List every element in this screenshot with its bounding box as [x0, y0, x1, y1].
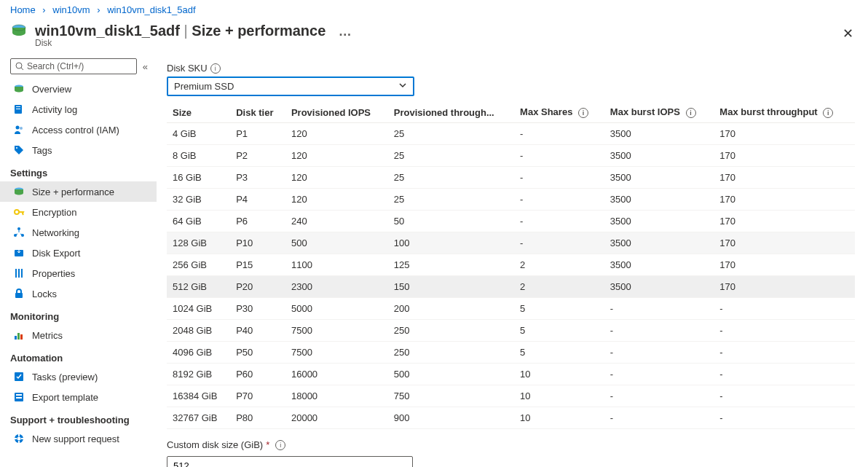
sidebar-item-networking[interactable]: Networking	[0, 222, 157, 243]
table-cell: 25	[388, 145, 514, 167]
sidebar-item-export-template[interactable]: Export template	[0, 387, 157, 407]
search-icon	[15, 62, 24, 71]
svg-point-8	[16, 126, 20, 130]
svg-rect-27	[16, 397, 22, 399]
sidebar-item-disk-export[interactable]: Disk Export	[0, 243, 157, 263]
sidebar-item-label: New support request	[32, 433, 119, 444]
table-cell: 120	[285, 167, 388, 189]
table-cell: -	[714, 385, 855, 407]
export-icon	[13, 247, 25, 259]
breadcrumb-link[interactable]: Home	[10, 4, 36, 15]
disk-sku-select[interactable]: Premium SSD	[167, 76, 414, 96]
table-row[interactable]: 256 GiBP15110012523500170	[167, 254, 855, 276]
table-cell: P3	[230, 167, 285, 189]
table-cell: 170	[714, 232, 855, 254]
info-icon[interactable]: i	[210, 63, 221, 74]
page-title: win10vm_disk1_5adf | Size + performance …	[35, 23, 352, 39]
table-cell: 500	[388, 364, 514, 385]
table-cell: 25	[388, 123, 514, 145]
svg-rect-17	[15, 269, 17, 278]
table-cell: 3500	[604, 254, 714, 276]
table-row[interactable]: 16384 GiBP701800075010--	[167, 385, 855, 407]
table-cell: 50	[388, 211, 514, 232]
sidebar-item-encryption[interactable]: Encryption	[0, 202, 157, 222]
svg-point-9	[20, 127, 23, 130]
sidebar-item-access-control-iam-[interactable]: Access control (IAM)	[0, 119, 157, 140]
size-icon	[13, 186, 25, 197]
chevron-right-icon: ›	[42, 4, 45, 15]
table-cell: 120	[285, 189, 388, 211]
table-row[interactable]: 4096 GiBP5075002505--	[167, 342, 855, 364]
sidebar-section: Settings	[0, 160, 157, 181]
table-cell: 170	[714, 167, 855, 189]
column-header[interactable]: Max Shares i	[514, 102, 604, 123]
table-cell: P20	[230, 276, 285, 298]
table-cell: 18000	[285, 385, 388, 407]
sidebar-item-new-support-request[interactable]: New support request	[0, 428, 157, 449]
table-cell: 240	[285, 211, 388, 232]
column-header[interactable]: Max burst IOPS i	[604, 102, 714, 123]
table-cell: -	[714, 298, 855, 320]
sidebar-item-size-performance[interactable]: Size + performance	[0, 181, 157, 202]
custom-size-input[interactable]	[167, 456, 413, 467]
close-icon[interactable]: ✕	[843, 25, 853, 42]
sidebar-item-label: Encryption	[32, 207, 76, 218]
sidebar-item-locks[interactable]: Locks	[0, 283, 157, 304]
info-icon[interactable]: i	[275, 440, 285, 450]
table-row[interactable]: 16 GiBP312025-3500170	[167, 167, 855, 189]
column-header[interactable]: Max burst throughput i	[714, 102, 855, 123]
column-header[interactable]: Provisioned IOPS	[285, 102, 388, 123]
support-icon	[13, 433, 25, 444]
svg-rect-26	[16, 394, 22, 396]
table-row[interactable]: 512 GiBP20230015023500170	[167, 276, 855, 298]
table-row[interactable]: 128 GiBP10500100-3500170	[167, 232, 855, 254]
column-header[interactable]: Disk tier	[230, 102, 285, 123]
table-cell: 16000	[285, 364, 388, 385]
table-cell: -	[514, 123, 604, 145]
table-row[interactable]: 4 GiBP112025-3500170	[167, 123, 855, 145]
table-cell: 1100	[285, 254, 388, 276]
table-cell: 170	[714, 189, 855, 211]
sidebar-item-properties[interactable]: Properties	[0, 263, 157, 283]
page-header: win10vm_disk1_5adf | Size + performance …	[0, 20, 868, 55]
sidebar-item-label: Access control (IAM)	[32, 125, 119, 136]
table-row[interactable]: 32 GiBP412025-3500170	[167, 189, 855, 211]
sidebar-item-metrics[interactable]: Metrics	[0, 325, 157, 345]
svg-point-29	[17, 437, 21, 441]
collapse-sidebar-icon[interactable]: «	[143, 61, 148, 72]
info-icon[interactable]: i	[686, 108, 696, 118]
tag-icon	[13, 144, 25, 156]
breadcrumb-link[interactable]: win10vm	[52, 4, 90, 15]
table-cell: -	[514, 232, 604, 254]
table-cell: 2048 GiB	[167, 320, 230, 342]
breadcrumb-link[interactable]: win10vm_disk1_5adf	[107, 4, 195, 15]
column-header[interactable]: Provisioned through...	[388, 102, 514, 123]
svg-rect-22	[17, 333, 20, 340]
table-row[interactable]: 1024 GiBP3050002005--	[167, 298, 855, 320]
more-icon[interactable]: …	[339, 24, 352, 39]
table-row[interactable]: 8192 GiBP601600050010--	[167, 364, 855, 385]
table-cell: P40	[230, 320, 285, 342]
table-row[interactable]: 32767 GiBP802000090010--	[167, 407, 855, 429]
sidebar-item-activity-log[interactable]: Activity log	[0, 99, 157, 119]
table-row[interactable]: 2048 GiBP4075002505--	[167, 320, 855, 342]
table-row[interactable]: 64 GiBP624050-3500170	[167, 211, 855, 232]
table-cell: 3500	[604, 189, 714, 211]
search-input[interactable]: Search (Ctrl+/)	[10, 58, 137, 74]
sidebar-item-overview[interactable]: Overview	[0, 79, 157, 99]
table-cell: 8192 GiB	[167, 364, 230, 385]
sidebar-item-tasks-preview-[interactable]: Tasks (preview)	[0, 366, 157, 387]
info-icon[interactable]: i	[823, 108, 833, 118]
table-row[interactable]: 8 GiBP212025-3500170	[167, 145, 855, 167]
table-cell: P50	[230, 342, 285, 364]
tasks-icon	[13, 371, 25, 382]
sidebar-item-label: Metrics	[32, 330, 63, 341]
info-icon[interactable]: i	[578, 108, 588, 118]
table-cell: 170	[714, 123, 855, 145]
table-cell: P80	[230, 407, 285, 429]
table-cell: 512 GiB	[167, 276, 230, 298]
table-cell: 5	[514, 298, 604, 320]
sidebar-item-tags[interactable]: Tags	[0, 140, 157, 160]
sidebar-section: Monitoring	[0, 304, 157, 325]
column-header[interactable]: Size	[167, 102, 230, 123]
